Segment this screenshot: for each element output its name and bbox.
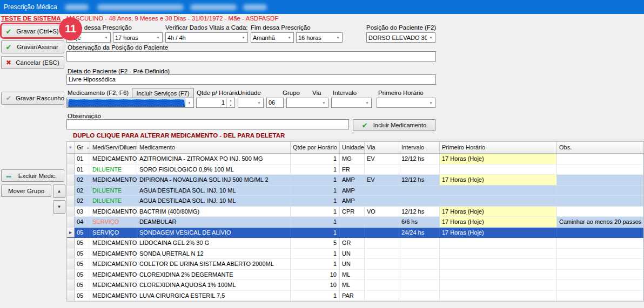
gravar-rascunho-button[interactable]: ✔ Gravar Rascunho — [1, 92, 64, 105]
medicamento-select[interactable]: ▼ — [66, 98, 194, 108]
inicio-hora-select[interactable]: 17 horas ▼ — [113, 32, 163, 43]
table-row[interactable]: 05MEDICAMENTOCLOREXIDINA 2% DEGERMANTE10… — [67, 270, 643, 280]
header-qtde[interactable]: Qtde por Horário — [291, 142, 340, 153]
table-row[interactable]: 05MEDICAMENTOLIDOCAINA GEL 2% 30 G5GR — [67, 238, 643, 249]
unidade-label: Unidade — [238, 90, 261, 96]
mover-grupo-label: Mover Grupo — [2, 188, 51, 194]
table-row[interactable]: 02MEDICAMENTODIPIRONA - NOVALGINA SOL IN… — [67, 175, 643, 186]
dieta-input[interactable]: Livre Hipossódica — [66, 74, 436, 85]
unidade-select[interactable]: ▼ — [238, 98, 264, 108]
prescription-grid: ✳ Gr▲ Med/Serv/Diluente Medicamento Qtde… — [66, 141, 644, 302]
obs-posicao-input[interactable] — [66, 51, 436, 61]
move-group-down-button[interactable]: ▼ — [53, 200, 65, 214]
fim-hora-select[interactable]: 16 horas ▼ — [296, 32, 343, 43]
cell-tipo: SERVIÇO — [90, 228, 137, 238]
table-row[interactable]: 05MEDICAMENTOCLOREXIDINA AQUOSA 1% 100ML… — [67, 280, 643, 291]
cell-uni — [340, 217, 365, 227]
dados-vitais-select[interactable]: 4h / 4h ▼ — [165, 32, 248, 43]
table-row[interactable]: 01DILUENTESORO FISIOLOGICO 0,9% 100 ML1F… — [67, 165, 643, 175]
cell-via — [365, 165, 399, 175]
table-row[interactable]: 01MEDICAMENTOAZITROMICINA - ZITROMAX PO … — [67, 154, 643, 165]
gravar-assinar-button[interactable]: ✔ Gravar/Assinar — [1, 40, 64, 53]
via-select[interactable]: ▼ — [286, 98, 328, 108]
header-gr[interactable]: Gr▲ — [75, 142, 90, 153]
intervalo-select[interactable]: ▼ — [331, 98, 372, 108]
row-indicator — [67, 217, 75, 227]
header-via[interactable]: Via — [365, 142, 399, 153]
cell-tipo: MEDICAMENTO — [90, 154, 137, 164]
cell-via — [365, 228, 399, 238]
qtde-spin-buttons[interactable]: ▲▼ — [226, 98, 234, 107]
incluir-servicos-button[interactable]: Incluir Serviços (F7) — [132, 88, 194, 98]
window-titlebar: Prescrição Médica — [0, 0, 644, 14]
fim-hora-value: 16 horas — [297, 35, 334, 41]
annotation-badge-number: 11 — [65, 23, 76, 35]
cell-uni: CPR — [340, 207, 365, 217]
column-chooser-icon[interactable]: ✳ — [67, 142, 75, 153]
cell-pri — [440, 270, 557, 280]
header-intervalo[interactable]: Intervalo — [399, 142, 440, 153]
cell-int — [399, 249, 440, 259]
cell-int — [399, 259, 440, 269]
header-medicamento[interactable]: Medicamento — [137, 142, 291, 153]
cell-obs — [557, 186, 643, 196]
header-primeiro[interactable]: Primeiro Horário — [440, 142, 557, 153]
gravar-button[interactable]: ✔ Gravar (Ctrl+S) — [1, 25, 64, 38]
cell-pri — [440, 280, 557, 290]
table-row[interactable]: 04SERVIÇODEAMBULAR16/6 hs17 Horas (Hoje)… — [67, 217, 643, 228]
posicao-paciente-select[interactable]: DORSO ELEVADO 30 G ▼ — [366, 32, 435, 43]
cell-gr: 05 — [75, 259, 90, 269]
cancelar-label: Cancelar (ESC) — [16, 59, 64, 66]
table-row[interactable]: 03MEDICAMENTOBACTRIM (400/80MG)1CPRVO12/… — [67, 207, 643, 217]
chevron-down-icon: ▼ — [334, 36, 342, 39]
move-group-up-button[interactable]: ▲ — [53, 184, 65, 198]
chevron-down-icon: ▼ — [285, 36, 293, 39]
table-row[interactable]: ▸05SERVIÇOSONDAGEM VESICAL DE ALÍVIO124/… — [67, 228, 643, 238]
cell-med: SONDAGEM VESICAL DE ALÍVIO — [137, 228, 291, 238]
grupo-input[interactable]: 06 — [266, 98, 284, 108]
medicamento-label: Medicamento (F2, F6) — [68, 90, 129, 96]
table-row[interactable]: 02DILUENTEAGUA DESTILADA SOL. INJ. 10 ML… — [67, 186, 643, 196]
cell-via — [365, 259, 399, 269]
cell-tipo: MEDICAMENTO — [90, 238, 137, 248]
table-row[interactable]: 02DILUENTEAGUA DESTILADA SOL. INJ. 10 ML… — [67, 196, 643, 207]
cell-int — [399, 186, 440, 196]
minus-icon: ▬ — [2, 173, 16, 179]
cell-uni: ML — [340, 270, 365, 280]
header-obs[interactable]: Obs. — [557, 142, 643, 153]
cell-uni: GR — [340, 238, 365, 248]
cell-tipo: MEDICAMENTO — [90, 207, 137, 217]
fim-dia-select[interactable]: Amanhã ▼ — [251, 32, 294, 43]
cancelar-button[interactable]: ✖ Cancelar (ESC) — [1, 56, 64, 69]
header-tipo[interactable]: Med/Serv/Diluente — [90, 142, 137, 153]
cell-gr: 05 — [75, 228, 90, 238]
primeiro-horario-select[interactable]: ▼ — [377, 98, 435, 108]
observacao-input[interactable] — [66, 119, 349, 129]
row-indicator — [67, 154, 75, 164]
incluir-medicamento-label: Incluir Medicamento — [373, 122, 426, 128]
qtde-spinner[interactable]: 1 ▲▼ — [196, 98, 235, 108]
cell-gr: 05 — [75, 249, 90, 259]
arrow-up-icon: ▲ — [57, 189, 62, 194]
spin-down-icon[interactable]: ▼ — [227, 103, 234, 108]
cell-uni: AMP — [340, 175, 365, 185]
row-indicator — [67, 259, 75, 269]
table-row[interactable]: 05MEDICAMENTOSONDA URETRAL N 121UN — [67, 249, 643, 259]
fim-dia-value: Amanhã — [251, 35, 285, 41]
incluir-medicamento-button[interactable]: ✔ Incluir Medicamento — [353, 119, 435, 131]
cell-uni: UN — [340, 259, 365, 269]
cell-gr: 02 — [75, 175, 90, 185]
excluir-medic-button[interactable]: ▬ Excluir Medic. — [1, 169, 64, 182]
titlebar-redacted-text — [97, 4, 184, 10]
cell-qtde: 10 — [291, 280, 340, 290]
cell-pri — [440, 259, 557, 269]
cell-via — [365, 249, 399, 259]
cell-qtde: 1 — [291, 165, 340, 175]
mover-grupo-button[interactable]: Mover Grupo — [1, 184, 51, 197]
cell-med: LIDOCAINA GEL 2% 30 G — [137, 238, 291, 248]
table-row[interactable]: 05MEDICAMENTOLUVA CIRURGICA ESTERIL 7,51… — [67, 291, 643, 302]
header-unidade[interactable]: Unidade — [340, 142, 365, 153]
table-row[interactable]: 05MEDICAMENTOCOLETOR DE URINA SISTEMA AB… — [67, 259, 643, 270]
cell-int — [399, 196, 440, 206]
spin-up-icon[interactable]: ▲ — [227, 98, 234, 103]
